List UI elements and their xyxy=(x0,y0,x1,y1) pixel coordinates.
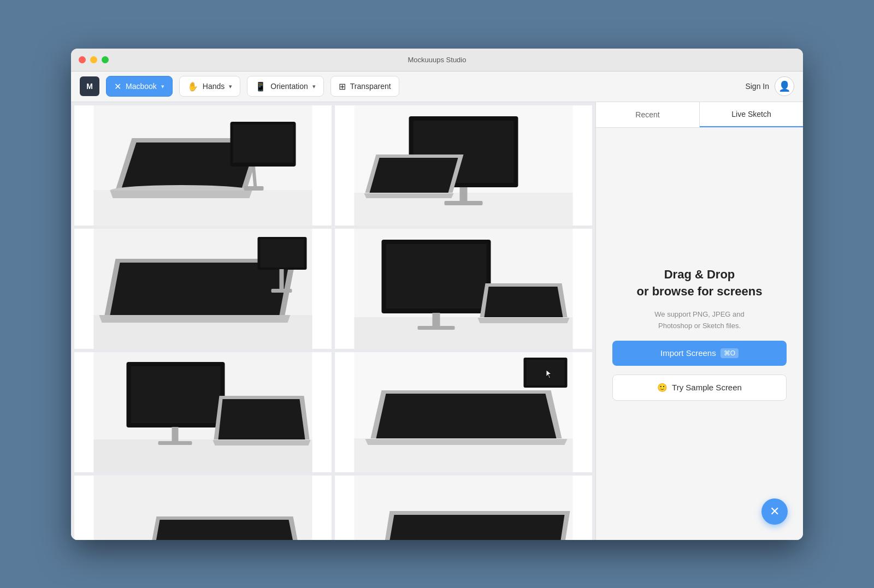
orientation-label: Orientation xyxy=(270,82,308,91)
mockup-svg-2 xyxy=(335,105,592,225)
maximize-button[interactable] xyxy=(102,56,109,63)
svg-marker-36 xyxy=(478,318,570,323)
sample-emoji-icon: 🙂 xyxy=(657,383,668,393)
hands-label: Hands xyxy=(203,82,225,91)
svg-rect-25 xyxy=(261,239,304,268)
import-shortcut: ⌘O xyxy=(721,348,739,358)
svg-rect-40 xyxy=(131,366,221,423)
svg-marker-18 xyxy=(364,193,454,198)
drop-zone[interactable]: Drag & Dropor browse for screens We supp… xyxy=(596,128,803,540)
hands-dropdown[interactable]: ✋ Hands ▾ xyxy=(179,76,240,97)
titlebar: Mockuuups Studio xyxy=(71,49,803,72)
mockup-cell-6[interactable] xyxy=(335,352,592,472)
tab-recent[interactable]: Recent xyxy=(596,102,700,127)
toolbar: M ✕ Macbook ▾ ✋ Hands ▾ 📱 Orientation ▾ … xyxy=(71,72,803,102)
drop-subtitle: We support PNG, JPEG andPhotoshop or Ske… xyxy=(654,309,745,332)
macbook-close-icon: ✕ xyxy=(114,81,121,92)
svg-rect-27 xyxy=(271,289,292,293)
fab-button[interactable]: ✕ xyxy=(761,498,788,525)
signin-link[interactable]: Sign In xyxy=(745,82,769,91)
import-screens-button[interactable]: Import Screens ⌘O xyxy=(612,341,787,366)
svg-rect-15 xyxy=(445,201,483,205)
minimize-button[interactable] xyxy=(90,56,97,63)
try-sample-button[interactable]: 🙂 Try Sample Screen xyxy=(612,375,787,401)
svg-marker-64 xyxy=(386,515,565,540)
svg-rect-31 xyxy=(386,244,487,308)
avatar-button[interactable]: 👤 xyxy=(775,76,794,96)
app-window: Mockuuups Studio M ✕ Macbook ▾ ✋ Hands ▾… xyxy=(71,49,803,540)
mockup-cell-3[interactable] xyxy=(74,229,332,349)
transparent-icon: ⊞ xyxy=(339,81,346,92)
orientation-dropdown[interactable]: 📱 Orientation ▾ xyxy=(247,76,323,97)
svg-rect-32 xyxy=(433,313,440,328)
window-title: Mockuuups Studio xyxy=(408,56,466,64)
mockup-cell-5[interactable] xyxy=(74,352,332,472)
mockup-cell-8[interactable] xyxy=(335,476,592,540)
svg-marker-50 xyxy=(365,439,568,445)
signin-area: Sign In 👤 xyxy=(745,76,794,96)
macbook-label: Macbook xyxy=(126,82,157,91)
svg-marker-44 xyxy=(218,399,305,439)
logo-button[interactable]: M xyxy=(80,76,99,96)
mockup-cell-4[interactable] xyxy=(335,229,592,349)
svg-rect-42 xyxy=(158,441,192,445)
mockup-svg-8 xyxy=(335,476,592,540)
panel-tabs: Recent Live Sketch xyxy=(596,102,803,128)
svg-marker-49 xyxy=(376,394,557,438)
svg-marker-23 xyxy=(99,315,291,323)
mockup-svg-3 xyxy=(74,229,332,349)
svg-rect-41 xyxy=(172,427,179,443)
macbook-dropdown[interactable]: ✕ Macbook ▾ xyxy=(106,76,173,97)
close-button[interactable] xyxy=(79,56,86,63)
right-panel: Recent Live Sketch Drag & Dropor browse … xyxy=(595,102,803,540)
main-area: Recent Live Sketch Drag & Dropor browse … xyxy=(71,102,803,540)
mockup-svg-1 xyxy=(74,105,332,225)
svg-rect-26 xyxy=(280,269,284,291)
svg-marker-17 xyxy=(370,158,458,193)
mockup-grid xyxy=(74,105,592,540)
svg-rect-52 xyxy=(527,360,565,385)
sample-label: Try Sample Screen xyxy=(672,383,742,392)
mockup-svg-6 xyxy=(335,352,592,472)
macbook-chevron-icon: ▾ xyxy=(161,83,164,90)
svg-rect-9 xyxy=(233,124,293,163)
mockup-panel[interactable] xyxy=(71,102,595,540)
import-label: Import Screens xyxy=(660,348,716,358)
drop-title: Drag & Dropor browse for screens xyxy=(637,266,763,300)
svg-marker-35 xyxy=(485,287,563,317)
mockup-svg-4 xyxy=(335,229,592,349)
transparent-dropdown[interactable]: ⊞ Transparent xyxy=(330,76,399,97)
svg-marker-5 xyxy=(110,191,252,198)
fab-icon: ✕ xyxy=(770,504,779,519)
mockup-cell-7[interactable] xyxy=(74,476,332,540)
mockup-cell-2[interactable] xyxy=(335,105,592,225)
window-controls xyxy=(79,56,109,63)
svg-marker-45 xyxy=(213,440,311,446)
mockup-svg-7 xyxy=(74,476,332,540)
hands-chevron-icon: ▾ xyxy=(229,83,232,90)
orientation-icon: 📱 xyxy=(255,81,266,92)
svg-rect-33 xyxy=(418,326,455,330)
svg-marker-58 xyxy=(153,520,297,540)
hands-icon: ✋ xyxy=(187,81,198,92)
svg-rect-7 xyxy=(244,186,264,191)
tab-live-sketch[interactable]: Live Sketch xyxy=(700,102,803,127)
transparent-label: Transparent xyxy=(350,82,391,91)
avatar-icon: 👤 xyxy=(778,80,790,92)
svg-marker-22 xyxy=(110,263,290,315)
mockup-svg-5 xyxy=(74,352,332,472)
mockup-cell-1[interactable] xyxy=(74,105,332,225)
orientation-chevron-icon: ▾ xyxy=(312,83,316,90)
